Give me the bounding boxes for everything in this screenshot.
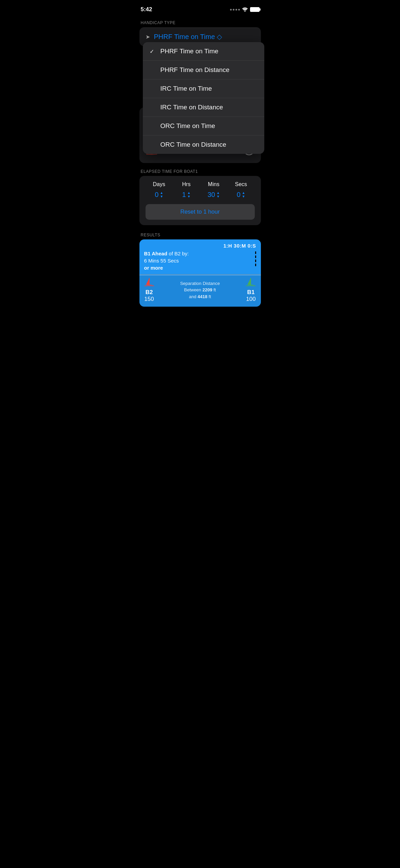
dist1-unit: ft (213, 287, 216, 292)
boat2-data: B2 150 (144, 277, 154, 303)
results-card: 1:H 30:M 0:S B1 Ahead of B2 by: 6 Mins 5… (139, 239, 261, 307)
results-section-label: RESULTS (134, 229, 266, 239)
hrs-header: Hrs (173, 181, 200, 187)
dash-3 (255, 259, 256, 262)
mins-header: Mins (200, 181, 228, 187)
svg-marker-10 (248, 278, 251, 285)
boat1-result-icon (246, 277, 256, 288)
separation-between: Between (184, 287, 201, 292)
dash-2 (255, 255, 256, 258)
days-header: Days (146, 181, 173, 187)
dropdown-item-label: PHRF Time on Distance (160, 66, 230, 74)
time-display: 1:H 30:M 0:S (223, 243, 256, 249)
secs-stepper[interactable]: ▲ ▼ (242, 191, 245, 198)
dist2-unit: ft (209, 294, 211, 299)
separation-text: Separation Distance Between 2209 ft and … (180, 280, 220, 300)
boats-row: B2 150 Separation Distance Between 2209 … (139, 275, 261, 307)
secs-down-arrow[interactable]: ▼ (242, 195, 245, 198)
dropdown-item-label: ORC Time on Time (160, 122, 215, 130)
time-headers: Days Hrs Mins Secs (146, 181, 255, 187)
signal-dots-icon (230, 9, 240, 11)
days-stepper[interactable]: ▲ ▼ (160, 191, 163, 198)
dropdown-item-orc-tod[interactable]: ORC Time on Distance (143, 135, 264, 154)
svg-point-0 (244, 11, 245, 12)
secs-value: 0 (237, 191, 241, 199)
boat1-data: B1 100 (246, 277, 256, 303)
dropdown-item-label: IRC Time on Distance (160, 104, 223, 111)
days-up-arrow[interactable]: ▲ (160, 191, 163, 195)
checkmark-icon: ✓ (150, 48, 156, 55)
handicap-dropdown: ✓ PHRF Time on Time PHRF Time on Distanc… (143, 42, 264, 154)
mins-value: 30 (208, 191, 215, 199)
days-value-container[interactable]: 0 ▲ ▼ (146, 191, 173, 199)
elapsed-card: Days Hrs Mins Secs 0 ▲ ▼ 1 ▲ ▼ 30 ▲ ▼ (139, 176, 261, 225)
dropdown-item-phrf-tot[interactable]: ✓ PHRF Time on Time (143, 42, 264, 61)
dropdown-item-label: PHRF Time on Time (160, 48, 218, 55)
mins-value-container[interactable]: 30 ▲ ▼ (200, 191, 228, 199)
hrs-value: 1 (182, 191, 186, 199)
arrow-icon: ➤ (146, 34, 150, 40)
svg-rect-11 (251, 278, 251, 285)
secs-header: Secs (227, 181, 255, 187)
status-icons (230, 7, 260, 12)
results-text: B1 Ahead of B2 by: 6 Mins 55 Secs or mor… (144, 250, 255, 271)
status-time: 5:42 (141, 6, 152, 13)
hrs-value-container[interactable]: 1 ▲ ▼ (173, 191, 200, 199)
dropdown-item-label: ORC Time on Distance (160, 141, 226, 148)
svg-rect-8 (149, 278, 150, 285)
boat1-result-name: B1 (246, 289, 256, 296)
results-header: 1:H 30:M 0:S (139, 239, 261, 250)
days-down-arrow[interactable]: ▼ (160, 195, 163, 198)
reset-button[interactable]: Reset to 1 hour (146, 204, 255, 220)
dropdown-item-irc-tot[interactable]: IRC Time on Time (143, 79, 264, 98)
hrs-stepper[interactable]: ▲ ▼ (187, 191, 191, 198)
time-values: 0 ▲ ▼ 1 ▲ ▼ 30 ▲ ▼ 0 ▲ ▼ (146, 191, 255, 199)
handicap-value[interactable]: PHRF Time on Time ◇ (154, 33, 222, 41)
dashed-line (255, 250, 256, 266)
boat-ahead-label: B1 Ahead (144, 251, 168, 256)
svg-marker-7 (146, 278, 149, 285)
dropdown-item-label: IRC Time on Time (160, 85, 212, 92)
handicap-card: ➤ PHRF Time on Time ◇ ✓ PHRF Time on Tim… (139, 27, 261, 46)
or-more-text: or more (144, 265, 163, 271)
days-value: 0 (155, 191, 158, 199)
results-main: B1 Ahead of B2 by: 6 Mins 55 Secs or mor… (139, 250, 261, 274)
mins-stepper[interactable]: ▲ ▼ (216, 191, 220, 198)
mins-up-arrow[interactable]: ▲ (216, 191, 220, 195)
time-diff: 6 Mins 55 Secs (144, 258, 179, 264)
boat2-result-name: B2 (144, 289, 154, 296)
dash-4 (255, 264, 256, 266)
dash-1 (255, 251, 256, 254)
dist1: 2209 (203, 287, 212, 292)
dist2: 4418 (197, 294, 207, 299)
secs-value-container[interactable]: 0 ▲ ▼ (227, 191, 255, 199)
separation-and: and (189, 294, 196, 299)
dropdown-item-orc-tot[interactable]: ORC Time on Time (143, 117, 264, 135)
secs-up-arrow[interactable]: ▲ (242, 191, 245, 195)
dropdown-item-phrf-tod[interactable]: PHRF Time on Distance (143, 61, 264, 79)
handicap-section-label: HANDICAP TYPE (134, 17, 266, 27)
battery-icon (250, 7, 260, 12)
elapsed-section-label: ELAPSED TIME FOR BOAT1 (134, 166, 266, 176)
mins-down-arrow[interactable]: ▼ (216, 195, 220, 198)
boat2-result-handicap: 150 (144, 296, 154, 303)
handicap-selector[interactable]: ➤ PHRF Time on Time ◇ (146, 33, 255, 41)
ahead-of-text: of B2 by: (169, 251, 189, 256)
boat-ahead-text: B1 Ahead of B2 by: 6 Mins 55 Secs or mor… (144, 250, 255, 271)
separation-label: Separation Distance (180, 281, 220, 286)
hrs-down-arrow[interactable]: ▼ (187, 195, 191, 198)
hrs-up-arrow[interactable]: ▲ (187, 191, 191, 195)
wifi-icon (242, 7, 248, 12)
boat1-result-handicap: 100 (246, 296, 256, 303)
dropdown-item-irc-tod[interactable]: IRC Time on Distance (143, 98, 264, 117)
boat2-result-icon (144, 277, 154, 288)
status-bar: 5:42 (134, 0, 266, 17)
